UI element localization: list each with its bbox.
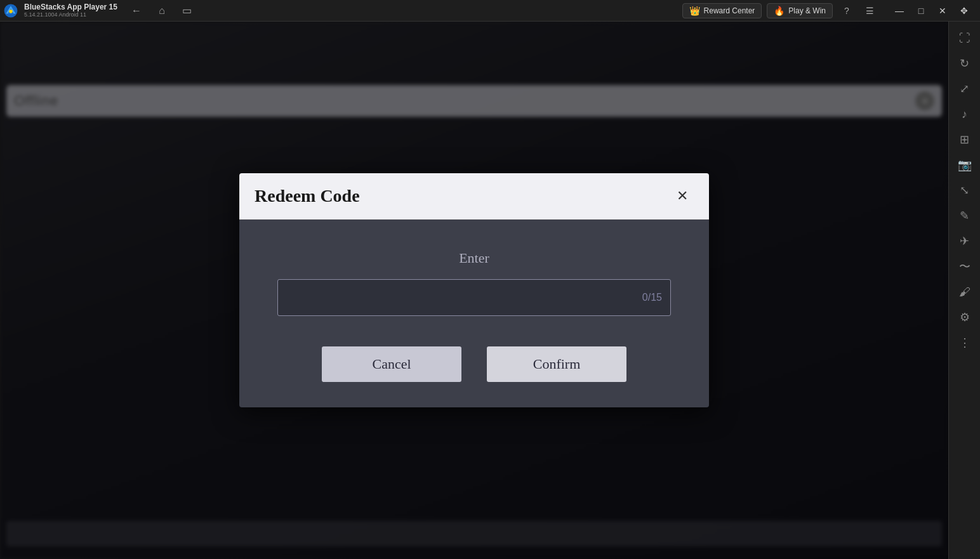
window-controls: — □ ✕ ✥ xyxy=(889,0,975,22)
dialog-body: Enter 0/15 Cancel Confirm xyxy=(239,220,709,407)
reward-center-label: Reward Center xyxy=(704,6,755,15)
resize-sidebar-icon[interactable]: ⤡ xyxy=(953,179,976,202)
reward-center-button[interactable]: 👑 Reward Center xyxy=(682,3,762,18)
titlebar-nav: ← ⌂ ▭ xyxy=(128,2,196,20)
right-sidebar: ⛶ ↻ ⤢ ♪ ⊞ 📷 ⤡ ✎ ✈ 〜 🖌 ⚙ ⋮ xyxy=(948,22,980,559)
titlebar: BlueStacks App Player 15 5.14.21.1004 An… xyxy=(0,0,980,22)
play-win-label: Play & Win xyxy=(788,6,826,15)
dialog-buttons: Cancel Confirm xyxy=(277,346,671,382)
shake-sidebar-icon[interactable]: 〜 xyxy=(953,255,976,278)
screenshot-sidebar-icon[interactable]: 📷 xyxy=(953,154,976,176)
dialog-title: Redeem Code xyxy=(255,186,360,206)
titlebar-right: 👑 Reward Center 🔥 Play & Win ? ☰ — □ ✕ ✥ xyxy=(682,0,980,22)
dialog-close-button[interactable]: ✕ xyxy=(671,185,694,207)
modal-overlay: Redeem Code ✕ Enter 0/15 Cancel Confirm xyxy=(0,22,948,559)
code-input-wrapper: 0/15 xyxy=(277,279,671,316)
dialog-header: Redeem Code ✕ xyxy=(239,173,709,220)
crown-icon: 👑 xyxy=(689,6,700,16)
restore-button[interactable]: ✥ xyxy=(953,0,975,22)
main-content: Offline ≡ Redeem Code ✕ Enter 0/15 Cance… xyxy=(0,22,948,559)
paint-sidebar-icon[interactable]: 🖌 xyxy=(953,280,976,303)
redeem-code-dialog: Redeem Code ✕ Enter 0/15 Cancel Confirm xyxy=(239,173,709,407)
maximize-button[interactable]: □ xyxy=(910,0,932,22)
app-name: BlueStacks App Player 15 xyxy=(24,3,117,11)
fire-icon: 🔥 xyxy=(774,6,785,16)
home-button[interactable]: ⌂ xyxy=(153,2,171,20)
settings-sidebar-icon[interactable]: ⚙ xyxy=(953,306,976,329)
bluestacks-logo xyxy=(0,0,22,22)
help-button[interactable]: ? xyxy=(838,2,856,20)
enter-label: Enter xyxy=(277,250,671,266)
volume-sidebar-icon[interactable]: ♪ xyxy=(953,103,976,126)
rotate-sidebar-icon[interactable]: ↻ xyxy=(953,52,976,75)
plane-sidebar-icon[interactable]: ✈ xyxy=(953,230,976,253)
svg-point-3 xyxy=(9,10,13,13)
hamburger-button[interactable]: ☰ xyxy=(861,2,878,20)
code-input[interactable] xyxy=(277,279,671,316)
apk-sidebar-icon[interactable]: ⊞ xyxy=(953,128,976,151)
confirm-button[interactable]: Confirm xyxy=(487,346,626,382)
app-version: 5.14.21.1004 Android 11 xyxy=(24,11,117,18)
copy-button[interactable]: ▭ xyxy=(178,2,196,20)
fullscreen-sidebar-icon[interactable]: ⤢ xyxy=(953,77,976,100)
cancel-button[interactable]: Cancel xyxy=(322,346,461,382)
app-name-group: BlueStacks App Player 15 5.14.21.1004 An… xyxy=(24,3,117,18)
back-button[interactable]: ← xyxy=(128,2,145,20)
more-sidebar-icon[interactable]: ⋮ xyxy=(953,331,976,354)
edit-sidebar-icon[interactable]: ✎ xyxy=(953,204,976,227)
minimize-button[interactable]: — xyxy=(889,0,910,22)
play-win-button[interactable]: 🔥 Play & Win xyxy=(767,3,833,18)
close-button[interactable]: ✕ xyxy=(932,0,953,22)
expand-sidebar-icon[interactable]: ⛶ xyxy=(953,27,976,49)
